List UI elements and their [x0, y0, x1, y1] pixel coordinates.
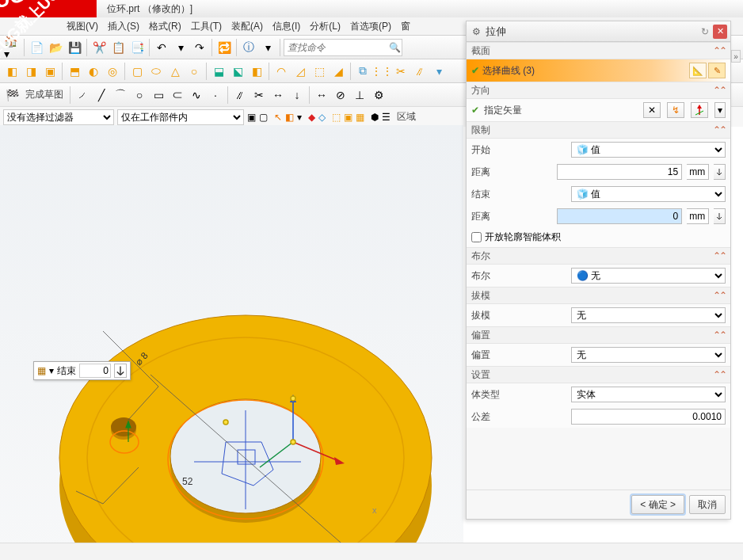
copy-icon[interactable]: 📋 — [109, 39, 127, 56]
reverse-direction-icon[interactable]: ✕ — [643, 102, 661, 118]
reset-icon[interactable]: ↻ — [697, 26, 713, 37]
end-option-select[interactable]: 🧊 值 — [571, 186, 726, 202]
mirror-icon[interactable]: ⧉ — [354, 63, 372, 80]
datum-plane-icon[interactable]: ◨ — [22, 63, 40, 80]
sel-auto-icon[interactable]: ↖ — [274, 112, 282, 123]
vector-constructor-icon[interactable]: ↯ — [667, 102, 684, 118]
start-distance-input[interactable] — [557, 164, 682, 180]
cancel-button[interactable]: 取消 — [689, 495, 726, 514]
revolve-icon[interactable]: ◐ — [85, 63, 102, 80]
shell-icon[interactable]: ⬚ — [311, 63, 328, 80]
close-icon[interactable]: ✕ — [713, 25, 727, 39]
chamfer-icon[interactable]: ◿ — [291, 63, 309, 80]
profile-icon[interactable]: ⟋ — [74, 86, 91, 104]
hole-icon[interactable]: ◎ — [104, 63, 121, 80]
arc-icon[interactable]: ⌒ — [112, 86, 129, 104]
constraint-icon[interactable]: ⊥ — [351, 86, 368, 104]
block-icon[interactable]: ▢ — [128, 63, 146, 80]
extrude-icon[interactable]: ⬒ — [66, 63, 83, 80]
offset-select[interactable]: 无 — [571, 347, 726, 363]
inferred-vector-icon[interactable] — [691, 102, 708, 118]
filter-include-icon[interactable]: ▣ — [247, 112, 256, 123]
pattern-icon[interactable]: ⋮⋮ — [373, 63, 391, 80]
finish-sketch-label[interactable]: 完成草图 — [22, 88, 67, 101]
project-icon[interactable]: ↓ — [288, 86, 306, 104]
gear-icon[interactable]: ⚙ — [470, 25, 482, 38]
tolerance-input[interactable] — [571, 409, 726, 425]
menu-insert[interactable]: 插入(S) — [105, 20, 143, 33]
start-option-select[interactable]: 🧊 值 — [571, 142, 726, 158]
menu-tools[interactable]: 工具(T) — [188, 20, 225, 33]
rectangle-icon[interactable]: ▭ — [150, 86, 167, 104]
end-distance-arrow-icon[interactable] — [714, 208, 726, 224]
offset-icon[interactable]: ⫽ — [411, 63, 429, 80]
start-menu-icon[interactable]: 🏠▾ — [3, 39, 21, 56]
menu-analysis[interactable]: 分析(L) — [307, 20, 344, 33]
point-icon[interactable]: · — [207, 86, 224, 104]
open-profile-checkbox[interactable] — [471, 232, 482, 242]
filter-type-select[interactable]: 没有选择过滤器 — [3, 109, 114, 125]
trim-curve-icon[interactable]: ✂ — [250, 86, 268, 104]
boolean-select[interactable]: 🔵 无 — [571, 268, 726, 284]
start-distance-arrow-icon[interactable] — [714, 164, 726, 180]
sel-dd-icon[interactable]: ▾ — [297, 112, 302, 123]
sphere-icon[interactable]: ○ — [185, 63, 203, 80]
viewport-3d[interactable]: ⌀ 8 52 x — [0, 125, 463, 560]
curve-rule-icon[interactable]: ✎ — [708, 63, 726, 78]
circle-icon[interactable]: ○ — [131, 86, 148, 104]
offset-curve-icon[interactable]: ⫽ — [231, 86, 249, 104]
dynamic-input-dd-icon[interactable]: ▾ — [49, 365, 54, 376]
auto-constraint-icon[interactable]: ⚙ — [370, 86, 387, 104]
search-icon[interactable]: 🔍 — [387, 42, 402, 53]
section-header-limits[interactable]: 限制 ⌃⌃ — [467, 121, 730, 139]
menu-window[interactable]: 窗 — [398, 20, 413, 33]
section-header-boolean[interactable]: 布尔 ⌃⌃ — [467, 247, 730, 265]
edge-blend-icon[interactable]: ◠ — [272, 63, 290, 80]
dynamic-input-end[interactable]: ▦ ▾ 结束 — [33, 361, 131, 380]
save-icon[interactable]: 💾 — [66, 39, 83, 56]
command-search-input[interactable] — [284, 42, 387, 53]
undo-icon[interactable]: ↶ — [153, 39, 170, 56]
paste-icon[interactable]: 📑 — [128, 39, 146, 56]
open-file-icon[interactable]: 📂 — [47, 39, 64, 56]
redo-icon[interactable]: ↷ — [191, 39, 208, 56]
filter-scope-select[interactable]: 仅在工作部件内 — [117, 109, 244, 125]
cylinder-icon[interactable]: ⬭ — [147, 63, 165, 80]
datum-csys-icon[interactable]: ▣ — [41, 63, 59, 80]
end-distance-input[interactable] — [557, 208, 682, 224]
show-hide-1-icon[interactable]: ⬚ — [332, 112, 341, 123]
repeat-icon[interactable]: 🔁 — [215, 39, 233, 56]
dynamic-input-value[interactable] — [79, 364, 111, 378]
dim-linear-icon[interactable]: ↔ — [313, 86, 330, 104]
layer-icon[interactable]: ☰ — [382, 112, 391, 123]
menu-view[interactable]: 视图(V) — [63, 20, 101, 33]
draft-select[interactable]: 无 — [571, 307, 726, 323]
panel-overflow-icon[interactable]: » — [731, 50, 741, 63]
section-header-section[interactable]: 截面 ⌃⌃ — [467, 42, 730, 59]
menu-info[interactable]: 信息(I) — [269, 20, 303, 33]
spline-icon[interactable]: ∿ — [188, 86, 205, 104]
info-icon[interactable]: ⓘ — [240, 39, 257, 56]
info-dd-icon[interactable]: ▾ — [259, 39, 276, 56]
menu-assembly[interactable]: 装配(A) — [228, 20, 266, 33]
section-header-direction[interactable]: 方向 ⌃⌃ — [467, 82, 730, 99]
dim-radial-icon[interactable]: ⊘ — [332, 86, 349, 104]
show-hide-3-icon[interactable]: ▦ — [356, 112, 364, 123]
fillet-icon[interactable]: ⸦ — [169, 86, 186, 104]
sketch-section-icon[interactable]: 📐 — [689, 63, 707, 78]
cut-icon[interactable]: ✂️ — [90, 39, 108, 56]
panel-header[interactable]: ⚙ 拉伸 ↻ ✕ — [467, 21, 730, 42]
new-file-icon[interactable]: 📄 — [28, 39, 45, 56]
menu-format[interactable]: 格式(R) — [146, 20, 185, 33]
open-profile-row[interactable]: 开放轮廓智能体积 — [467, 227, 730, 247]
sel-face-icon[interactable]: ◧ — [285, 112, 294, 123]
extend-icon[interactable]: ↔ — [269, 86, 287, 104]
trim-icon[interactable]: ✂ — [392, 63, 410, 80]
section-header-settings[interactable]: 设置 ⌃⌃ — [467, 366, 730, 383]
show-hide-2-icon[interactable]: ▣ — [344, 112, 352, 123]
finish-sketch-icon[interactable]: 🏁 — [3, 86, 21, 104]
highlight-rect-icon[interactable]: ◇ — [318, 112, 326, 123]
undo-dd-icon[interactable]: ▾ — [172, 39, 189, 56]
highlight-single-icon[interactable]: ◆ — [308, 112, 315, 123]
select-curve-row[interactable]: ✔ 选择曲线 (3) 📐 ✎ — [467, 59, 730, 82]
